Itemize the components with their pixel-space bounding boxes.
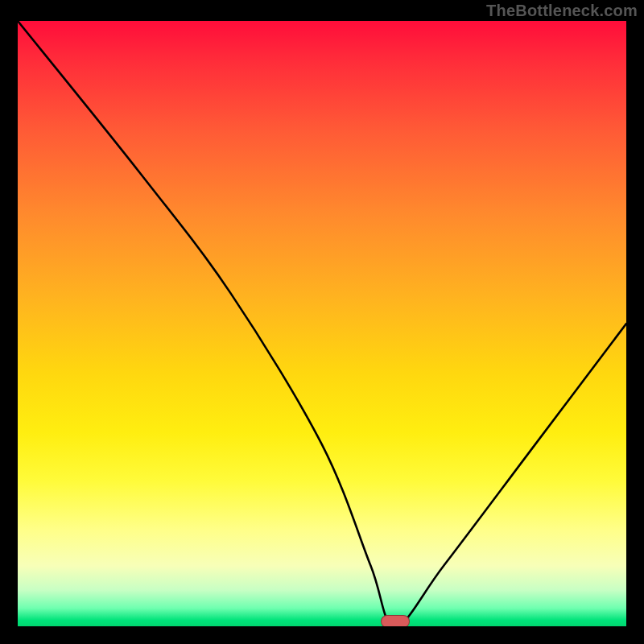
plot-area [18, 21, 626, 626]
chart-frame: TheBottleneck.com [0, 0, 644, 644]
bottleneck-curve [18, 21, 626, 626]
attribution-label: TheBottleneck.com [486, 2, 638, 20]
curve-path [18, 21, 626, 626]
optimal-marker [381, 615, 410, 626]
